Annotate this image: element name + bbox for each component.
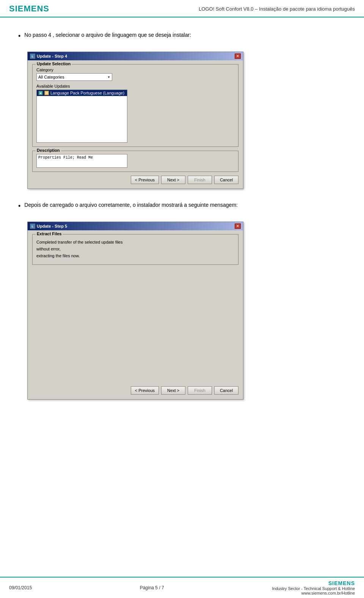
footer-left: 09/01/2015 [9,585,32,590]
footer-brand-sub: Industry Sector - Technical Support & Ho… [272,586,355,591]
category-select-value: All Categories [38,75,64,79]
next-button[interactable]: Next > [161,176,185,184]
dialog-step5-title: Update - Step 5 [37,224,67,228]
dialog-step4-buttons: < Previous Next > Finish Cancel [32,176,238,184]
step4-section: • No passo 4 , selecionar o arquivo de l… [18,31,346,41]
finish-button-2[interactable]: Finish [188,386,212,395]
dialog-step5-icon: L [30,223,35,229]
available-updates-label: Available Updates [36,84,234,88]
file-icon: ▤ [44,91,49,95]
page-current: 5 [155,585,158,590]
main-content: • No passo 4 , selecionar o arquivo de l… [0,17,364,442]
category-label: Category [36,68,234,72]
dialog-step4-titlebar-left: L Update - Step 4 [30,54,67,59]
footer-date: 09/01/2015 [9,585,32,590]
dialog-step5-titlebar-left: L Update - Step 5 [30,223,67,229]
update-selection-group: Update Selection Category All Categories… [32,64,238,147]
next-button-2[interactable]: Next > [161,386,185,395]
dialog-step4: L Update - Step 4 ✕ Update Selection Cat… [27,52,243,189]
category-select[interactable]: All Categories ▼ [36,73,112,81]
finish-button[interactable]: Finish [188,176,212,184]
dialog-step5-body: Extract Files Completed transfer of the … [28,230,243,399]
page-title: LOGO! Soft Confort V8.0 – Instalação de … [199,6,355,12]
step5-intro-text: Depois de carregado o arquivo corretamen… [24,201,238,209]
dialog-step4-titlebar: L Update - Step 4 ✕ [28,52,243,60]
dialog-step5-buttons: < Previous Next > Finish Cancel [32,386,238,395]
page-footer: 09/01/2015 Página 5 / 7 SIEMENS Industry… [0,577,364,598]
page-label: Página [140,585,154,590]
description-group: Description Properties File; Read Me [32,151,238,172]
footer-center: Página 5 / 7 [140,585,164,590]
dialog-step4-wrapper: L Update - Step 4 ✕ Update Selection Cat… [27,52,346,189]
footer-brand-name: SIEMENS [328,580,355,586]
extract-line2: without error, [36,247,61,251]
dialog-step4-close-button[interactable]: ✕ [235,54,241,59]
previous-button[interactable]: < Previous [131,176,159,184]
page-header: SIEMENS LOGO! Soft Confort V8.0 – Instal… [0,0,364,17]
description-value: Properties File; Read Me [36,154,127,168]
previous-button-2[interactable]: < Previous [131,386,159,395]
step4-intro-text: No passo 4 , selecionar o arquivo de lin… [24,31,191,39]
extract-files-title: Extract Files [36,231,63,236]
update-selection-title: Update Selection [36,61,72,66]
step5-section: • Depois de carregado o arquivo corretam… [18,201,346,211]
description-label: Description [36,148,61,153]
dialog-step5-titlebar: L Update - Step 5 ✕ [28,222,243,230]
bullet-dot-1: • [18,31,20,41]
dialog-step5-close-button[interactable]: ✕ [235,223,241,229]
empty-space [32,269,238,382]
dialog-step4-title: Update - Step 4 [37,54,67,58]
available-updates-list[interactable]: ■ ▤ Language Pack Portuguese (Language) [36,90,127,143]
chevron-down-icon: ▼ [107,76,110,79]
page-total: 7 [162,585,164,590]
list-item-text: Language Pack Portuguese (Language) [50,91,124,95]
extract-line3: extracting the files now. [36,253,80,258]
dialog-step4-body: Update Selection Category All Categories… [28,60,243,189]
page-separator: / [159,585,160,590]
dialog-step5: L Update - Step 5 ✕ Extract Files Comple… [27,222,243,400]
package-icon: ■ [38,91,43,95]
extract-text-block: Completed transfer of the selected updat… [36,238,234,261]
dialog-step5-wrapper: L Update - Step 5 ✕ Extract Files Comple… [27,222,346,400]
siemens-logo: SIEMENS [9,4,49,14]
extract-files-group: Extract Files Completed transfer of the … [32,234,238,265]
extract-line1: Completed transfer of the selected updat… [36,240,122,244]
footer-url: www.siemens.com.br/Hotline [301,591,355,595]
footer-right: SIEMENS Industry Sector - Technical Supp… [272,580,355,595]
bullet-dot-2: • [18,201,20,211]
footer-page: Página 5 / 7 [140,585,164,590]
list-item-language-pack[interactable]: ■ ▤ Language Pack Portuguese (Language) [37,90,127,96]
dialog-step4-icon: L [30,54,35,59]
cancel-button-2[interactable]: Cancel [214,386,238,395]
cancel-button[interactable]: Cancel [214,176,238,184]
